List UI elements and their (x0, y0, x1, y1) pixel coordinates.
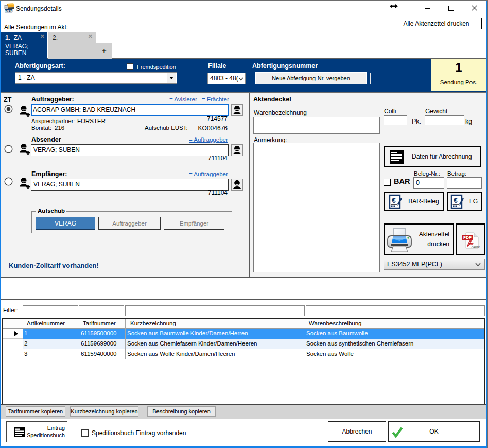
svg-text:€: € (454, 196, 458, 204)
svg-text:Adobe: Adobe (471, 245, 480, 248)
svg-text:12543: 12543 (5, 9, 12, 12)
svg-text:€: € (392, 196, 396, 204)
svg-text:PDF: PDF (463, 235, 472, 240)
